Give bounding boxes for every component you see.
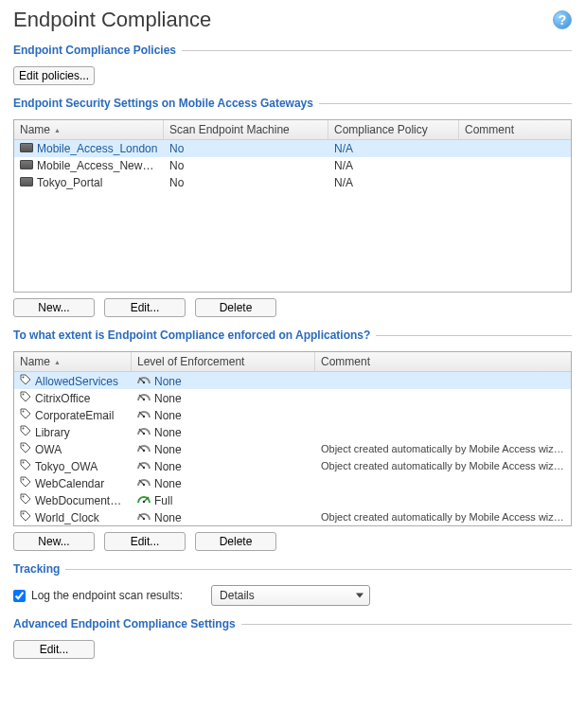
gateway-icon bbox=[20, 177, 33, 186]
app-row[interactable]: WebCalendarNone bbox=[14, 474, 571, 491]
svg-point-8 bbox=[143, 415, 145, 417]
svg-point-12 bbox=[23, 444, 25, 446]
app-name: WebDocumentation bbox=[35, 494, 132, 507]
log-level-select[interactable]: Details bbox=[211, 585, 370, 606]
app-comment bbox=[315, 480, 571, 486]
app-comment: Object created automatically by Mobile A… bbox=[315, 457, 571, 474]
gateways-table: Name ▲ Scan Endpoint Machine Compliance … bbox=[13, 119, 572, 293]
app-name: CorporateEmail bbox=[35, 409, 114, 422]
svg-point-23 bbox=[143, 500, 145, 502]
app-name: Tokyo_OWA bbox=[35, 460, 98, 473]
app-level: None bbox=[154, 511, 182, 524]
edit-policies-button[interactable]: Edit policies... bbox=[13, 66, 95, 85]
svg-point-26 bbox=[143, 517, 145, 519]
app-row[interactable]: LibraryNone bbox=[14, 423, 571, 440]
help-icon[interactable]: ? bbox=[553, 10, 572, 29]
advanced-edit-button[interactable]: Edit... bbox=[13, 640, 95, 659]
apps-col-name[interactable]: Name ▲ bbox=[14, 352, 132, 371]
app-comment bbox=[315, 497, 571, 503]
app-row[interactable]: CorporateEmailNone bbox=[14, 406, 571, 423]
section-header-advanced: Advanced Endpoint Compliance Settings bbox=[13, 617, 236, 630]
gateways-delete-button[interactable]: Delete bbox=[195, 298, 276, 317]
app-name: WebCalendar bbox=[35, 477, 104, 490]
svg-point-18 bbox=[23, 478, 25, 480]
divider bbox=[319, 103, 572, 104]
gateway-row[interactable]: Mobile_Access_LondonNoN/A bbox=[14, 140, 571, 157]
log-scan-checkbox[interactable] bbox=[13, 590, 26, 602]
app-row[interactable]: AllowedServicesNone bbox=[14, 372, 571, 389]
svg-point-15 bbox=[23, 461, 25, 463]
app-level: None bbox=[154, 443, 182, 456]
apps-new-button[interactable]: New... bbox=[13, 532, 95, 551]
gateway-icon bbox=[20, 160, 33, 169]
app-comment: Object created automatically by Mobile A… bbox=[315, 508, 571, 525]
apps-col-level[interactable]: Level of Enforcement bbox=[132, 352, 315, 371]
app-row[interactable]: WebDocumentationFull bbox=[14, 491, 571, 508]
gateway-name: Mobile_Access_NewYork bbox=[37, 159, 164, 172]
gateways-col-scan[interactable]: Scan Endpoint Machine bbox=[164, 120, 328, 139]
app-row[interactable]: World_ClockNoneObject created automatica… bbox=[14, 508, 571, 525]
gateway-comment bbox=[459, 146, 571, 151]
section-header-policies: Endpoint Compliance Policies bbox=[13, 44, 176, 57]
app-level: None bbox=[154, 426, 182, 439]
app-row[interactable]: Tokyo_OWANoneObject created automaticall… bbox=[14, 457, 571, 474]
divider bbox=[65, 569, 572, 570]
gateway-icon bbox=[20, 143, 33, 152]
section-header-gateways: Endpoint Security Settings on Mobile Acc… bbox=[13, 97, 313, 110]
gauge-icon bbox=[137, 493, 151, 505]
gateways-edit-button[interactable]: Edit... bbox=[104, 298, 186, 317]
gateway-compliance: N/A bbox=[328, 156, 459, 175]
gateway-scan: No bbox=[164, 156, 328, 175]
svg-point-3 bbox=[23, 393, 25, 395]
app-name: World_Clock bbox=[35, 511, 99, 524]
divider bbox=[182, 50, 572, 51]
tag-icon bbox=[20, 493, 31, 505]
gauge-icon bbox=[137, 476, 151, 488]
app-comment bbox=[315, 378, 571, 383]
apps-col-comment[interactable]: Comment bbox=[315, 352, 571, 371]
app-name: Library bbox=[35, 426, 70, 439]
gateway-comment bbox=[459, 163, 571, 169]
divider bbox=[376, 335, 572, 336]
app-name: CitrixOffice bbox=[35, 392, 90, 405]
gateway-row[interactable]: Tokyo_PortalNoN/A bbox=[14, 174, 571, 191]
svg-point-17 bbox=[143, 466, 145, 468]
svg-point-14 bbox=[143, 449, 145, 451]
tag-icon bbox=[20, 510, 31, 522]
log-scan-label[interactable]: Log the endpoint scan results: bbox=[31, 589, 183, 602]
chevron-down-icon bbox=[356, 594, 363, 598]
app-comment: Object created automatically by Mobile A… bbox=[315, 440, 571, 457]
divider bbox=[241, 624, 572, 625]
app-row[interactable]: OWANoneObject created automatically by M… bbox=[14, 440, 571, 457]
gauge-icon bbox=[137, 391, 151, 402]
gauge-icon bbox=[137, 408, 151, 419]
gateways-new-button[interactable]: New... bbox=[13, 298, 95, 317]
gateways-col-compliance[interactable]: Compliance Policy bbox=[328, 120, 459, 139]
section-header-tracking: Tracking bbox=[13, 562, 60, 576]
gateway-scan: No bbox=[164, 139, 328, 158]
tag-icon bbox=[20, 374, 31, 385]
gateways-col-comment[interactable]: Comment bbox=[459, 120, 571, 139]
svg-point-2 bbox=[143, 381, 145, 382]
gauge-icon bbox=[137, 510, 151, 522]
gateways-col-name[interactable]: Name ▲ bbox=[14, 120, 164, 139]
gateway-row[interactable]: Mobile_Access_NewYorkNoN/A bbox=[14, 157, 571, 174]
app-name: AllowedServices bbox=[35, 375, 118, 388]
svg-point-24 bbox=[23, 512, 25, 514]
svg-point-0 bbox=[23, 376, 25, 378]
svg-point-5 bbox=[143, 398, 145, 400]
page-title: Endpoint Compliance bbox=[13, 8, 211, 32]
tag-icon bbox=[20, 476, 31, 488]
applications-table: Name ▲ Level of Enforcement Comment Allo… bbox=[13, 351, 572, 526]
app-level: None bbox=[154, 409, 182, 422]
gateway-compliance: N/A bbox=[328, 139, 459, 158]
sort-asc-icon: ▲ bbox=[54, 359, 61, 365]
apps-edit-button[interactable]: Edit... bbox=[104, 532, 186, 551]
apps-delete-button[interactable]: Delete bbox=[195, 532, 276, 551]
tag-icon bbox=[20, 442, 31, 453]
app-row[interactable]: CitrixOfficeNone bbox=[14, 389, 571, 406]
gateway-name: Tokyo_Portal bbox=[37, 176, 102, 189]
tag-icon bbox=[20, 408, 31, 419]
svg-point-9 bbox=[23, 427, 25, 429]
app-level: None bbox=[154, 477, 182, 490]
